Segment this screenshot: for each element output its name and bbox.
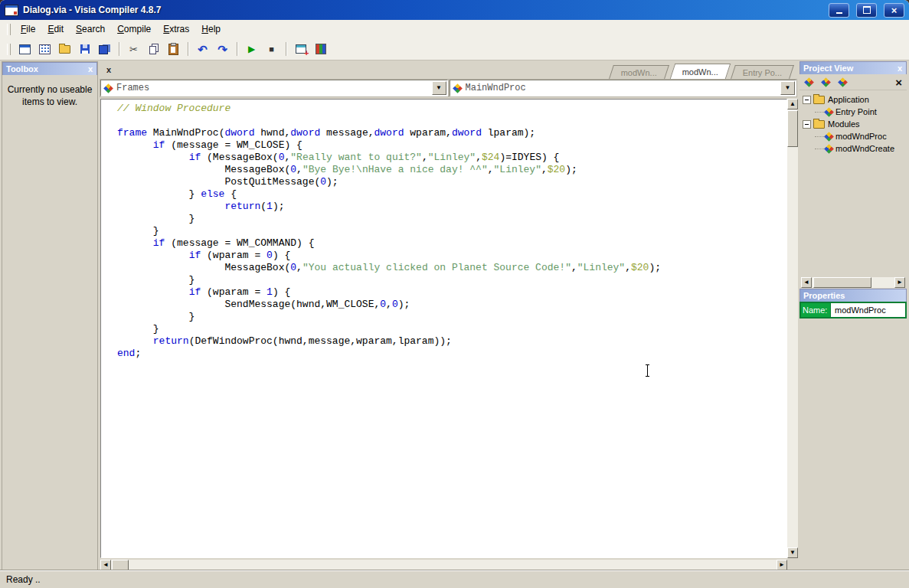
tab-modwndproc[interactable]: modWn... bbox=[669, 64, 731, 79]
scroll-right-button[interactable]: ► bbox=[777, 560, 787, 570]
menu-items: FileEditSearchCompileExtrasHelp bbox=[15, 21, 227, 37]
star-icon bbox=[824, 132, 834, 142]
hscroll-thumb[interactable] bbox=[112, 560, 129, 570]
expand-toggle[interactable] bbox=[803, 120, 811, 129]
menu-help[interactable]: Help bbox=[195, 21, 227, 37]
save-button[interactable] bbox=[75, 41, 94, 58]
tree-scroll-left-button[interactable]: ◄ bbox=[801, 277, 812, 288]
menu-bar: FileEditSearchCompileExtrasHelp bbox=[0, 20, 909, 39]
paste-icon bbox=[168, 44, 178, 55]
tree-scroll-right-button[interactable]: ► bbox=[894, 277, 905, 288]
code-line: } bbox=[117, 311, 786, 323]
code-line: // Window Procedure bbox=[117, 103, 786, 115]
scroll-left-button[interactable]: ◄ bbox=[100, 560, 111, 570]
run-icon: ▶ bbox=[248, 44, 255, 54]
tree-hscrollbar[interactable]: ◄ ► bbox=[801, 277, 905, 288]
save-icon bbox=[80, 44, 90, 54]
vscroll-thumb[interactable] bbox=[787, 110, 798, 147]
minimize-button[interactable] bbox=[829, 3, 849, 18]
save-all-button[interactable] bbox=[95, 41, 114, 58]
tab-entry-point[interactable]: Entry Po... bbox=[731, 65, 794, 79]
cut-button[interactable]: ✂ bbox=[124, 41, 143, 58]
editor-hscrollbar[interactable]: ◄ ► bbox=[100, 560, 787, 570]
run-button[interactable]: ▶ bbox=[242, 41, 261, 58]
redo-button[interactable]: ↷ bbox=[213, 41, 232, 58]
addwin-icon bbox=[296, 44, 306, 54]
symbol-combo-arrow[interactable]: ▼ bbox=[780, 81, 795, 95]
tree-item-entry-point[interactable]: Entry Point bbox=[799, 106, 907, 118]
star-icon bbox=[824, 144, 834, 154]
new-window-button[interactable] bbox=[15, 41, 34, 58]
frames-combo[interactable]: Frames ▼ bbox=[100, 80, 448, 96]
code-line: return(1); bbox=[117, 201, 786, 213]
window-title: Dialog.via - Visia Compiler 4.8.7 bbox=[23, 5, 822, 15]
toolbox-message: Currently no useable items to view. bbox=[2, 84, 97, 108]
expand-toggle[interactable] bbox=[803, 96, 811, 104]
tree-label: modWndProc bbox=[835, 132, 887, 141]
tree-hscroll-thumb[interactable] bbox=[813, 277, 871, 288]
scroll-down-button[interactable]: ▼ bbox=[787, 547, 798, 558]
code-line bbox=[117, 115, 786, 127]
open-button[interactable] bbox=[55, 41, 74, 58]
tab-close-button[interactable]: x bbox=[103, 64, 114, 75]
title-bar: Dialog.via - Visia Compiler 4.8.7 × bbox=[0, 0, 909, 20]
code-line: } bbox=[117, 274, 786, 286]
modules-button[interactable] bbox=[311, 41, 330, 58]
undo-button[interactable]: ↶ bbox=[193, 41, 212, 58]
module-star-icon bbox=[804, 77, 814, 87]
project-open-button[interactable] bbox=[836, 76, 849, 88]
properties-header: Properties bbox=[799, 289, 907, 302]
property-name-value[interactable]: modWndProc bbox=[831, 303, 905, 317]
symbol-combo[interactable]: MainWndProc ▼ bbox=[450, 80, 797, 96]
copy-icon bbox=[149, 44, 159, 54]
project-view-panel: Project View x × ApplicationEntry PointM… bbox=[799, 61, 907, 285]
tree-item-application[interactable]: Application bbox=[799, 93, 907, 106]
code-editor[interactable]: // Window Procedure frame MainWndProc(dw… bbox=[100, 99, 787, 558]
menubar-grip[interactable] bbox=[7, 24, 11, 35]
tab-label: modWn... bbox=[621, 68, 657, 77]
add-window-button[interactable] bbox=[291, 41, 310, 58]
toolbar-grip[interactable] bbox=[7, 44, 11, 55]
module-star-icon bbox=[453, 83, 463, 93]
ibeam-cursor bbox=[645, 364, 650, 377]
scroll-up-button[interactable]: ▲ bbox=[787, 99, 798, 109]
frames-combo-arrow[interactable]: ▼ bbox=[432, 81, 446, 95]
editor-vscrollbar[interactable]: ▲ ▼ bbox=[787, 99, 798, 558]
project-view-close-button[interactable]: x bbox=[897, 64, 903, 73]
menu-extras[interactable]: Extras bbox=[157, 21, 195, 37]
tab-modwndcreate[interactable]: modWn... bbox=[610, 65, 670, 79]
menu-search[interactable]: Search bbox=[70, 21, 111, 37]
new-icon bbox=[19, 44, 31, 54]
form-editor-button[interactable] bbox=[35, 41, 54, 58]
project-delete-button[interactable]: × bbox=[895, 77, 904, 88]
tree-item-modwndproc[interactable]: modWndProc bbox=[799, 130, 907, 142]
tree-label: modWndCreate bbox=[835, 144, 894, 153]
menu-file[interactable]: File bbox=[15, 21, 41, 37]
project-new-button[interactable] bbox=[803, 76, 815, 88]
stop-button[interactable]: ■ bbox=[262, 41, 281, 58]
tab-label: Entry Po... bbox=[742, 68, 781, 77]
toolbox-header: Toolbox x bbox=[2, 62, 97, 75]
frames-combo-value: Frames bbox=[116, 83, 149, 93]
arrow-right-icon: ► bbox=[897, 279, 903, 286]
project-add-button[interactable] bbox=[819, 76, 832, 88]
close-button[interactable]: × bbox=[884, 3, 904, 18]
tree-label: Application bbox=[828, 95, 869, 104]
maximize-icon bbox=[863, 6, 871, 14]
code-line: } bbox=[117, 213, 786, 225]
toolbar-items: ✂↶↷▶■ bbox=[15, 41, 330, 58]
paste-button[interactable] bbox=[164, 41, 183, 58]
arrow-left-icon: ◄ bbox=[803, 279, 809, 286]
close-icon: × bbox=[891, 5, 898, 15]
arrow-right-icon: ► bbox=[779, 562, 785, 568]
tree-item-modwndcreate[interactable]: modWndCreate bbox=[799, 142, 907, 155]
arrow-up-icon: ▲ bbox=[790, 101, 796, 107]
menu-compile[interactable]: Compile bbox=[111, 21, 157, 37]
tree-item-modules[interactable]: Modules bbox=[799, 118, 907, 130]
menu-edit[interactable]: Edit bbox=[41, 21, 70, 37]
toolbox-close-button[interactable]: x bbox=[87, 65, 93, 74]
copy-button[interactable] bbox=[144, 41, 163, 58]
maximize-button[interactable] bbox=[856, 3, 877, 18]
app-icon bbox=[5, 5, 18, 16]
chevron-down-icon: ▼ bbox=[436, 85, 442, 91]
